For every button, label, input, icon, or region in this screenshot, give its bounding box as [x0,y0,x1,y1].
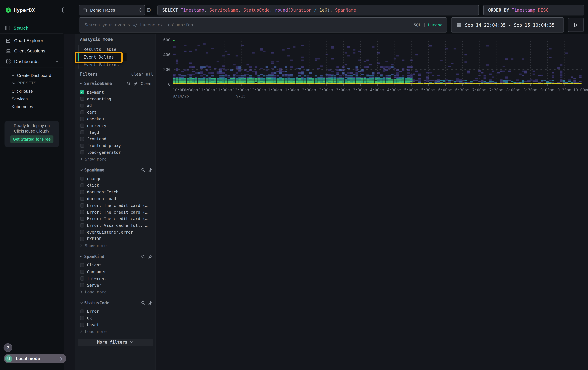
chevron-down-icon[interactable] [79,302,83,304]
sidebar-item-chart-explorer[interactable]: Chart Explorer [6,38,59,43]
filter-option-ok[interactable]: Ok [80,315,156,321]
more-filters-button[interactable]: More filters [78,339,153,346]
filter-group-name[interactable]: StatusCode [84,300,139,305]
pin-icon[interactable] [148,301,152,305]
show-more-button[interactable]: Show more [80,156,156,162]
filter-option-documentload[interactable]: documentLoad [80,195,156,202]
filter-option-error[interactable]: Error [80,308,156,315]
checkbox-unchecked[interactable] [80,124,84,128]
chevron-down-icon[interactable] [79,82,83,85]
search-icon[interactable] [141,254,145,259]
tab-results-table[interactable]: Results Table [79,45,143,53]
filter-option-click[interactable]: click [80,182,156,189]
sidebar-item-client-sessions[interactable]: Client Sessions [6,48,59,53]
show-more-button[interactable]: Show more [80,242,156,249]
filter-option-cart[interactable]: cart [80,109,156,116]
help-button[interactable]: ? [4,343,12,352]
checkbox-unchecked[interactable] [80,223,84,228]
source-select[interactable]: Demo Traces [79,5,145,15]
filter-group-name[interactable]: SpanKind [84,254,139,259]
filter-option-accounting[interactable]: accounting [80,96,156,102]
filter-option-unset[interactable]: Unset [80,321,156,328]
filter-option-client[interactable]: Client [80,262,156,269]
sql-select-input[interactable]: SELECT Timestamp, ServiceName, StatusCod… [158,5,479,15]
search-icon[interactable] [126,81,131,86]
checkbox-unchecked[interactable] [80,270,84,274]
filter-option-eventlistener-error[interactable]: eventListener.error [80,229,156,236]
sidebar-item-services[interactable]: Services [11,97,28,101]
tab-event-patterns[interactable]: Event Patterns [79,61,143,69]
sidebar-item-kubernetes[interactable]: Kubernetes [11,104,33,109]
filter-option-consumer[interactable]: Consumer [80,269,156,275]
filter-option-documentfetch[interactable]: documentFetch [80,189,156,195]
filter-option-ad[interactable]: ad [80,102,156,109]
user-menu[interactable]: U Local mode [4,354,66,363]
checkbox-unchecked[interactable] [80,110,84,114]
filter-option-error-the-credit-card-[interactable]: Error: The credit card (… [80,215,156,222]
filter-option-error-the-credit-card-[interactable]: Error: The credit card (… [80,202,156,209]
filter-option-frontend-proxy[interactable]: frontend-proxy [80,142,156,149]
checkbox-unchecked[interactable] [80,217,84,221]
checkbox-unchecked[interactable] [80,323,84,327]
search-icon[interactable] [141,301,145,305]
load-more-button[interactable]: Load more [80,289,156,295]
checkbox-unchecked[interactable] [80,144,84,148]
gear-icon[interactable]: ⚙ [145,7,152,13]
filter-option-currency[interactable]: currency [80,122,156,129]
checkbox-unchecked[interactable] [80,197,84,201]
run-query-button[interactable] [568,18,584,32]
checkbox-unchecked[interactable] [80,117,84,121]
load-more-button[interactable]: Load more [80,328,156,335]
sidebar-item-dashboards[interactable]: Dashboards [6,59,59,64]
heatmap-canvas[interactable] [173,40,581,87]
checkbox-unchecked[interactable] [80,137,84,141]
order-by-input[interactable]: ORDER BY Timestamp DESC [483,5,584,15]
time-range-picker[interactable]: Sep 14 22:04:35 - Sep 15 10:04:35 [451,17,564,32]
tab-event-deltas[interactable]: Event Deltas [79,53,126,61]
filter-group-name[interactable]: SpanName [84,168,139,172]
sidebar-item-create-dashboard[interactable]: + Create Dashboard [11,73,51,78]
checkbox-unchecked[interactable] [80,316,84,320]
checkbox-unchecked[interactable] [80,183,84,187]
filter-option-flagd[interactable]: flagd [80,129,156,136]
sidebar-item-clickhouse[interactable]: ClickHouse [11,89,33,94]
pin-icon[interactable] [148,168,152,172]
checkbox-unchecked[interactable] [80,150,84,154]
sql-mode-toggle[interactable]: SQL [414,22,421,27]
chevron-right-icon[interactable] [80,244,82,247]
chevron-right-icon[interactable] [80,290,82,293]
latency-heatmap-chart[interactable]: 0200400600 10:00pm10:30pm11:00pm11:30pm1… [173,40,581,98]
filter-option-expire[interactable]: EXPIRE [80,236,156,242]
checkbox-unchecked[interactable] [80,177,84,181]
filter-option-internal[interactable]: Internal [80,275,156,282]
checkbox-unchecked[interactable] [80,230,84,234]
chevron-right-icon[interactable] [80,330,82,333]
clear-filter-button[interactable]: Clear [141,81,152,86]
search-icon[interactable] [141,168,145,172]
checkbox-unchecked[interactable] [80,277,84,280]
filter-option-error-visa-cache-full-[interactable]: Error: Visa cache full: … [80,222,156,229]
checkbox-unchecked[interactable] [80,309,84,313]
filter-option-error-the-credit-card-[interactable]: Error: The credit card (… [80,209,156,216]
chevron-right-icon[interactable] [80,158,82,161]
get-started-button[interactable]: Get Started for Free [10,135,53,143]
filter-option-load-generator[interactable]: load-generator [80,149,156,156]
filter-option-payment[interactable]: ✓payment [80,89,156,96]
chevron-down-icon[interactable] [79,169,83,171]
checkbox-unchecked[interactable] [80,203,84,207]
checkbox-unchecked[interactable] [80,283,84,287]
filter-option-server[interactable]: Server [80,282,156,289]
sidebar-item-search[interactable]: Search [5,25,29,30]
checkbox-unchecked[interactable] [80,210,84,214]
checkbox-unchecked[interactable] [80,103,84,108]
filter-option-checkout[interactable]: checkout [80,116,156,122]
pin-icon[interactable] [148,254,152,259]
checkbox-unchecked[interactable] [80,237,84,241]
checkbox-unchecked[interactable] [80,97,84,101]
chevron-down-icon[interactable] [79,255,83,258]
pin-icon[interactable] [134,81,138,86]
sidebar-presets-toggle[interactable]: PRESETS [12,81,37,85]
checkbox-checked[interactable]: ✓ [80,90,84,94]
lucene-mode-toggle[interactable]: Lucene [428,22,442,27]
filter-option-frontend[interactable]: frontend [80,136,156,142]
